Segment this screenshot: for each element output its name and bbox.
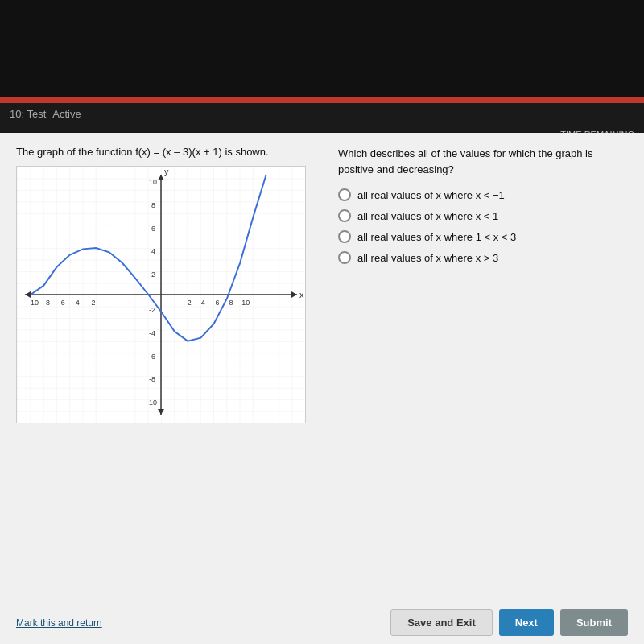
option-3-text: all real values of x where 1 < x < 3	[357, 231, 516, 243]
svg-text:-2: -2	[149, 306, 155, 314]
question-text: Which describes all of the values for wh…	[338, 146, 628, 177]
svg-text:-4: -4	[73, 299, 80, 307]
option-2-text: all real values of x where x < 1	[357, 210, 498, 222]
graph-svg: x y -10 -8 -6 -4 -2 2 4 6 8 10	[17, 167, 305, 423]
header: 10: Test Active	[0, 103, 644, 125]
svg-text:-10: -10	[147, 398, 157, 407]
svg-text:4: 4	[151, 247, 155, 255]
radio-3[interactable]	[338, 230, 351, 243]
problem-description: The graph of the function f(x) = (x – 3)…	[16, 146, 322, 158]
svg-text:2: 2	[151, 270, 155, 279]
svg-text:-6: -6	[59, 299, 65, 307]
header-status: Active	[52, 108, 80, 120]
svg-text:4: 4	[201, 299, 205, 307]
svg-text:6: 6	[216, 299, 220, 307]
submit-button[interactable]: Submit	[560, 609, 628, 636]
option-1-text: all real values of x where x < −1	[357, 189, 505, 201]
svg-text:-4: -4	[149, 329, 155, 337]
options-list: all real values of x where x < −1 all re…	[338, 188, 628, 264]
option-4[interactable]: all real values of x where x > 3	[338, 251, 628, 264]
svg-text:x: x	[299, 290, 304, 299]
content-wrapper: The graph of the function f(x) = (x – 3)…	[0, 133, 644, 644]
graph-container: x y -10 -8 -6 -4 -2 2 4 6 8 10	[16, 166, 306, 423]
right-panel: Which describes all of the values for wh…	[338, 146, 628, 423]
left-panel: The graph of the function f(x) = (x – 3)…	[16, 146, 322, 423]
option-4-text: all real values of x where x > 3	[357, 252, 498, 264]
option-1[interactable]: all real values of x where x < −1	[338, 188, 628, 201]
svg-text:-8: -8	[43, 299, 50, 307]
svg-text:y: y	[164, 167, 169, 176]
svg-text:2: 2	[188, 299, 192, 307]
mark-link[interactable]: Mark this and return	[16, 617, 102, 629]
svg-text:-2: -2	[89, 299, 96, 307]
svg-text:10: 10	[242, 299, 250, 307]
next-button[interactable]: Next	[499, 609, 554, 636]
svg-text:6: 6	[151, 225, 155, 233]
svg-text:8: 8	[151, 201, 155, 209]
header-title: 10: Test	[10, 108, 46, 120]
svg-text:-8: -8	[149, 375, 155, 383]
footer-bar: Mark this and return Save and Exit Next …	[0, 601, 644, 644]
option-3[interactable]: all real values of x where 1 < x < 3	[338, 230, 628, 243]
svg-text:10: 10	[149, 178, 157, 186]
option-2[interactable]: all real values of x where x < 1	[338, 209, 628, 222]
svg-text:8: 8	[229, 299, 233, 307]
svg-text:-6: -6	[149, 353, 155, 361]
footer-buttons: Save and Exit Next Submit	[390, 609, 628, 636]
radio-4[interactable]	[338, 251, 351, 264]
save-exit-button[interactable]: Save and Exit	[390, 609, 493, 636]
radio-2[interactable]	[338, 209, 351, 222]
svg-text:-10: -10	[28, 299, 39, 307]
radio-1[interactable]	[338, 188, 351, 201]
